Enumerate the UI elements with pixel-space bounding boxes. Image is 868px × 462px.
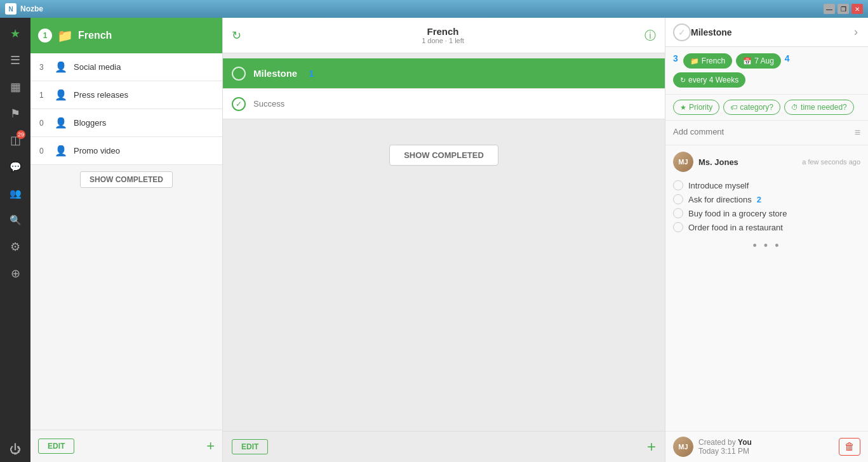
show-completed-left-container: SHOW COMPLETED	[30, 165, 222, 194]
checklist-item-0: Introduce myself	[673, 178, 860, 192]
project-count: 3	[39, 63, 48, 72]
info-button[interactable]: ⓘ	[644, 28, 656, 43]
detail-activity: MJ Ms. Jones a few seconds ago Introduce…	[665, 145, 868, 431]
sidebar-item-favorites[interactable]: ★	[3, 21, 28, 46]
tag-time-label: time needed?	[801, 103, 847, 112]
shield-icon: ⊕	[11, 267, 20, 280]
project-list-header: 1 📁 French	[30, 18, 222, 53]
main-layout: ★ ☰ ▦ ⚑ ◫ 29 💬 👥 🔍	[0, 18, 868, 462]
task-checkbox-success[interactable]: ✓	[232, 97, 246, 111]
checklist-radio-1[interactable]	[673, 194, 683, 204]
close-button[interactable]: ✕	[851, 4, 863, 14]
project-item-bloggers[interactable]: 0 👤 Bloggers	[30, 109, 222, 137]
activity-item-msjones: MJ Ms. Jones a few seconds ago Introduce…	[673, 152, 860, 255]
task-checkbox-milestone[interactable]	[232, 67, 246, 81]
task-panel-title: French	[422, 26, 464, 37]
trash-icon: 🗑	[845, 441, 855, 452]
tag-priority-label: Priority	[689, 103, 712, 112]
settings-icon: ⚙	[10, 240, 20, 254]
avatar-created: MJ	[673, 437, 693, 457]
refresh-button[interactable]: ↻	[232, 29, 241, 43]
project-name: Social media	[74, 62, 121, 72]
sidebar-item-inbox[interactable]: ☰	[3, 48, 28, 73]
project-add-button[interactable]: +	[206, 438, 215, 454]
checklist-radio-3[interactable]	[673, 222, 683, 232]
project-item-social-media[interactable]: 3 👤 Social media	[30, 53, 222, 81]
sidebar-item-people[interactable]: 👥	[3, 181, 28, 206]
clock-icon: ⏱	[791, 103, 798, 111]
chat-icon: 💬	[10, 161, 22, 173]
step-3-badge: 3	[673, 53, 678, 69]
tag-date-label: 7 Aug	[754, 56, 774, 65]
project-count: 0	[39, 119, 48, 128]
checklist-badge-2: 2	[757, 195, 761, 204]
task-add-button[interactable]: +	[647, 438, 656, 456]
task-row-success[interactable]: ✓ Success	[223, 89, 665, 119]
format-button[interactable]: ≡	[855, 127, 860, 138]
task-panel: ↻ French 1 done · 1 left ⓘ Milestone 1	[223, 18, 665, 462]
check-icon: ✓	[678, 27, 686, 37]
project-header-title: French	[78, 30, 112, 41]
tag-priority[interactable]: ★ Priority	[673, 100, 719, 115]
sidebar-item-settings[interactable]: ⚙	[3, 234, 28, 260]
maximize-button[interactable]: ❐	[838, 4, 849, 14]
checklist-text-3: Order food in a restaurant	[688, 223, 783, 232]
detail-check-button[interactable]: ✓	[673, 23, 691, 41]
show-completed-left-button[interactable]: SHOW COMPLETED	[80, 171, 173, 188]
sidebar-item-chat[interactable]: 💬	[3, 154, 28, 180]
sidebar-item-calendar[interactable]: ◫ 29	[3, 128, 28, 153]
star-icon: ★	[10, 27, 20, 41]
sidebar-item-security[interactable]: ⊕	[3, 261, 28, 286]
task-name-milestone: Milestone	[253, 68, 297, 79]
task-edit-button[interactable]: EDIT	[232, 439, 268, 454]
tag-repeat-label: every 4 Weeks	[688, 76, 738, 84]
sidebar-item-priority[interactable]: ⚑	[3, 101, 28, 126]
title-bar-left: N Nozbe	[5, 3, 43, 15]
checklist-radio-0[interactable]	[673, 180, 683, 190]
comment-input[interactable]	[673, 127, 851, 136]
detail-comment-area: ≡	[665, 121, 868, 145]
window-controls: — ❐ ✕	[824, 4, 863, 14]
project-list-panel: 1 📁 French 3 👤 Social media 1 👤 Press re…	[30, 18, 223, 462]
grid-icon: ▦	[10, 80, 21, 94]
checklist-radio-2[interactable]	[673, 208, 683, 218]
activity-timestamp: a few seconds ago	[802, 158, 860, 166]
project-count: 0	[39, 147, 48, 155]
tag-french-label: French	[702, 56, 725, 65]
app-window: N Nozbe — ❐ ✕ ★ ☰ ▦ ⚑ ◫ 29	[0, 0, 868, 462]
detail-title-input[interactable]	[691, 27, 851, 37]
detail-header: ✓ ›	[665, 18, 868, 47]
activity-created-info: Created by You Today 3:11 PM	[698, 438, 834, 456]
people-icon: 👥	[10, 188, 22, 199]
tag-time-needed[interactable]: ⏱ time needed?	[784, 100, 854, 115]
person-icon: 👤	[55, 145, 67, 157]
checklist-text-0: Introduce myself	[688, 181, 749, 190]
checklist-more: • • •	[673, 237, 860, 255]
sidebar-item-search[interactable]: 🔍	[3, 208, 28, 233]
project-item-promo-video[interactable]: 0 👤 Promo video	[30, 137, 222, 165]
tag-date[interactable]: 📅 7 Aug	[736, 53, 781, 69]
tag-french[interactable]: 📁 French	[683, 53, 732, 69]
step-4-badge: 4	[785, 53, 790, 69]
project-list-footer: EDIT +	[30, 430, 222, 462]
title-bar: N Nozbe — ❐ ✕	[0, 0, 868, 18]
calendar-badge: 29	[17, 130, 25, 139]
show-completed-middle-button[interactable]: SHOW COMPLETED	[389, 145, 498, 166]
project-item-press-releases[interactable]: 1 👤 Press releases	[30, 81, 222, 109]
task-list: Milestone 1 ✓ Success SHOW COMPLETED	[223, 53, 665, 431]
project-edit-button[interactable]: EDIT	[38, 439, 74, 454]
project-folder-icon: 📁	[57, 28, 73, 43]
sidebar-item-projects[interactable]: ▦	[3, 74, 28, 100]
project-header-badge: 1	[38, 29, 52, 43]
activity-person-name: Ms. Jones	[698, 157, 738, 167]
task-row-milestone[interactable]: Milestone 1	[223, 58, 665, 89]
minimize-button[interactable]: —	[824, 4, 835, 14]
task-panel-footer: EDIT +	[223, 431, 665, 462]
delete-button[interactable]: 🗑	[839, 438, 860, 456]
detail-meta-tags-row: ★ Priority 🏷 category? ⏱ time needed?	[665, 95, 868, 121]
tag-repeat[interactable]: ↻ every 4 Weeks	[673, 72, 745, 88]
sidebar-item-power[interactable]: ⏻	[3, 437, 28, 462]
detail-nav-arrow[interactable]: ›	[851, 23, 860, 41]
tag-category[interactable]: 🏷 category?	[723, 100, 780, 115]
calendar-small-icon: 📅	[743, 57, 752, 65]
